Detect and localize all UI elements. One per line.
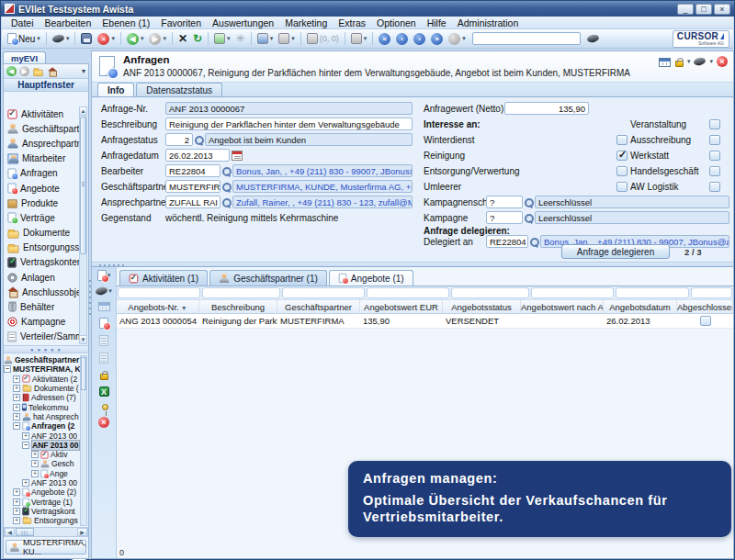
column-header[interactable]: Beschreibung [199,300,277,313]
eye-icon[interactable] [694,57,707,67]
anfragestatus-code-field[interactable]: 2 [165,133,193,146]
ansprechpartner-code-field[interactable]: ZUFALL RAI [165,196,220,208]
sidebar-item-geschaeftspartner[interactable]: Geschäftspartner [4,121,79,136]
menu-hilfe[interactable]: Hilfe [422,17,452,28]
prev-record-button[interactable]: ‹ [394,32,410,46]
delegiert-an-code-field[interactable]: RE22804 [486,235,528,248]
save-button[interactable] [79,32,94,45]
sidebar-item-entsorgungssituation[interactable]: Entsorgungssituat [4,241,79,255]
tree-item[interactable]: Entsorgungs [4,516,80,525]
scroll-thumb[interactable] [80,117,86,254]
anfragewert-field[interactable]: 135,90 [504,102,589,115]
offers-menu-button[interactable]: ▾ [97,270,111,281]
lookup-icon[interactable] [529,237,539,247]
expand-icon[interactable] [13,404,20,411]
nav-forward-icon[interactable]: ▶ [19,66,29,76]
sidebar-item-angebote[interactable]: Angebote [4,181,79,196]
veranstaltung-checkbox[interactable] [709,119,720,129]
tree-item[interactable]: Aktiv [4,450,80,459]
handelsgeschaeft-checkbox[interactable] [709,166,720,176]
tree-item[interactable]: Gesch [4,459,80,468]
next-record-button[interactable]: › [412,32,427,46]
expand-icon[interactable] [13,375,20,383]
tree-item[interactable]: Anfragen (2 [4,421,80,431]
column-header[interactable]: Geschäftspartner [277,300,360,313]
report-button[interactable]: ▾ [349,32,369,45]
view-button[interactable]: ▾ [51,34,72,43]
menu-datei[interactable]: Datei [6,17,40,28]
sidebar-item-behaelter[interactable]: Behälter [4,299,79,314]
table-row[interactable]: ANG 2013 0000054 Reinigung der Parkfläc.… [117,314,733,329]
tree-item[interactable]: hat Ansprech [4,412,80,421]
filter-input[interactable] [202,287,280,298]
filter-input[interactable] [367,287,449,298]
quick-view-button[interactable] [585,34,601,43]
favorites-button[interactable]: ✳ [234,32,247,46]
grid-view-icon[interactable] [659,58,671,67]
expand-icon[interactable] [13,488,20,496]
bearbeiter-link[interactable]: Bonus, Jan, , +49 (211) 830 - 99007, JBo… [232,164,413,177]
collapse-icon[interactable] [13,422,20,430]
sidebar-item-dokumente[interactable]: Dokumente [4,226,79,241]
menu-extras[interactable]: Extras [333,17,371,28]
scroll-up-icon[interactable]: ▲ [80,107,86,116]
sidebar-item-anschlussobjekte[interactable]: Anschlussobjekte [4,285,79,299]
expand-icon[interactable] [31,470,39,477]
lookup-icon[interactable] [221,197,232,207]
tree-item[interactable]: Dokumente ( [4,384,80,393]
search-input[interactable] [472,32,581,45]
tab-angebote[interactable]: Angebote (1) [329,270,413,286]
scroll-down-icon[interactable]: ▼ [80,335,86,343]
column-header[interactable]: Angebotsstatus [443,300,521,313]
sidebar-item-verteiler[interactable]: Verteiler/Sammler [4,330,79,344]
umleerer-checkbox[interactable] [616,182,628,192]
menu-bearbeiten[interactable]: Bearbeiten [40,17,97,28]
tree-item[interactable]: Geschäftspartner (2 [4,355,80,364]
scroll-right-icon[interactable]: ▶ [77,528,87,536]
anfrage-delegieren-button[interactable]: Anfrage delegieren [561,244,670,259]
excel-export-icon[interactable] [99,386,109,397]
winterdienst-checkbox[interactable] [616,135,628,145]
werkstatt-checkbox[interactable] [709,151,720,161]
menu-marketing[interactable]: Marketing [279,17,333,28]
expand-icon[interactable] [31,451,39,458]
refresh-button[interactable]: ↻ [191,32,204,46]
sidebar-item-produkte[interactable]: Produkte [4,196,79,210]
lookup-icon[interactable] [524,213,534,223]
menu-favoriten[interactable]: Favoriten [155,17,207,28]
back-button[interactable]: ◀▾ [125,32,146,46]
close-panel-icon[interactable] [98,417,109,428]
expand-icon[interactable] [13,508,20,515]
collapse-icon[interactable] [4,365,11,373]
paste-icon[interactable] [99,353,108,364]
tab-aktivitaeten[interactable]: Aktivitäten (1) [119,270,208,286]
tree-item[interactable]: Aktivitäten (2 [4,375,80,384]
gegenstand-text[interactable]: wöchentl. Reinigung mittels Kehrmaschine [165,213,338,223]
filter-input[interactable] [531,287,614,298]
expand-icon[interactable] [13,385,20,392]
scroll-left-icon[interactable]: ◀ [5,528,15,536]
minimize-button[interactable] [677,4,694,15]
sidebar-item-anlagen[interactable]: Anlagen [4,270,79,285]
kampagnenschritt-code-field[interactable]: ? [486,196,523,208]
expand-icon[interactable] [22,432,29,440]
geschaeftspartner-code-field[interactable]: MUSTERFIRM [165,180,220,193]
tree-item[interactable]: MUSTERFIRMA, KU [4,364,80,374]
expand-icon[interactable] [13,517,20,524]
sidebar-more-icon[interactable]: ▾ [82,67,85,75]
lookup-icon[interactable] [221,166,232,176]
close-record-icon[interactable] [717,56,728,67]
close-record-button[interactable]: ✕ [176,32,189,46]
tab-datensatzstatus[interactable]: Datensatzstatus [136,83,222,96]
expand-icon[interactable] [31,460,39,467]
tree-item[interactable]: Verträge (1) [4,497,80,506]
sidebar-splitter[interactable]: ● ● ● ● ● [4,345,88,353]
filter-input[interactable] [282,287,365,298]
lookup-icon[interactable] [194,135,204,145]
scroll-thumb[interactable] [81,357,86,390]
tab-myevi[interactable]: myEVI [3,51,46,63]
column-header[interactable]: Angebotswert nach Aufw [521,300,604,313]
filter-input[interactable] [691,287,732,298]
mail-button[interactable]: ▾ [277,32,297,45]
sidebar-item-kampagne[interactable]: Kampagne [4,315,79,330]
